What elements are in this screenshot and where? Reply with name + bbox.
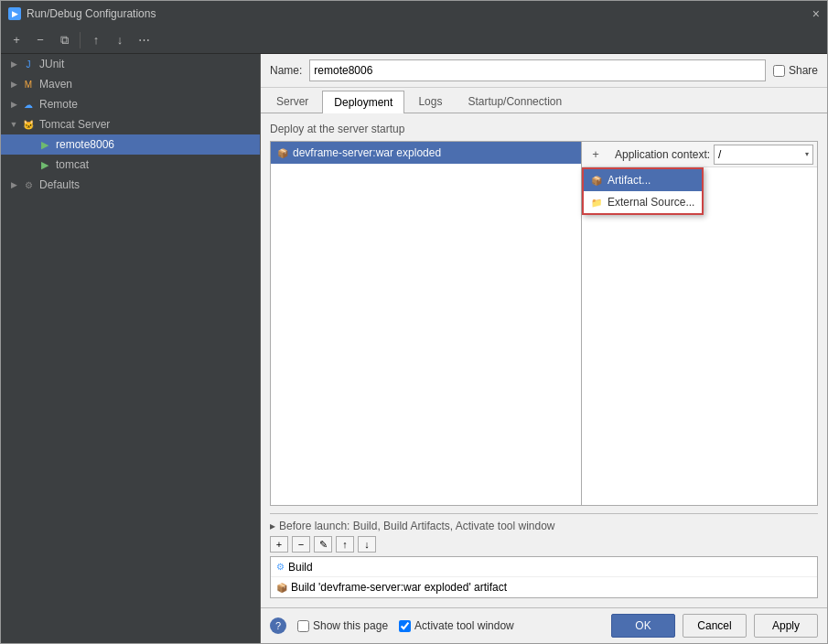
artifact-label: Artifact... <box>608 174 651 187</box>
apply-button[interactable]: Apply <box>754 614 818 638</box>
sidebar-item-junit-label: JUnit <box>39 58 64 70</box>
cancel-button[interactable]: Cancel <box>683 614 747 638</box>
bl-up-button[interactable]: ↑ <box>336 536 354 553</box>
deploy-right: + 📦 Artifact... 📁 <box>582 142 817 505</box>
before-launch-header: ▸ Before launch: Build, Build Artifacts,… <box>270 520 818 532</box>
before-launch-table: ⚙ Build 📦 Build 'devframe-server:war exp… <box>270 556 818 598</box>
deploy-list-item-war[interactable]: 📦 devframe-server:war exploded <box>271 142 581 164</box>
copy-config-button[interactable]: ⧉ <box>54 30 74 50</box>
main-content: ▶ J JUnit ▶ M Maven ▶ ☁ Remote ▼ 🐱 Tomca… <box>1 54 827 643</box>
name-bar: Name: Share <box>261 54 827 88</box>
deploy-add-button[interactable]: + <box>586 145 606 164</box>
tab-bar: Server Deployment Logs Startup/Connectio… <box>261 88 827 113</box>
external-source-label: External Source... <box>608 196 694 209</box>
dialog-icon: ▶ <box>8 7 21 20</box>
deploy-toolbar: + 📦 Artifact... 📁 <box>582 142 817 167</box>
sidebar-item-maven[interactable]: ▶ M Maven <box>1 74 260 94</box>
before-launch-toolbar: + − ✎ ↑ ↓ <box>270 536 818 553</box>
tab-startup-connection[interactable]: Startup/Connection <box>456 90 574 113</box>
before-launch-section: ▸ Before launch: Build, Build Artifacts,… <box>270 513 818 598</box>
main-toolbar: + − ⧉ ↑ ↓ ⋯ <box>1 27 827 54</box>
name-label: Name: <box>270 64 302 77</box>
before-launch-label: Before launch: Build, Build Artifacts, A… <box>279 520 555 532</box>
bl-remove-button[interactable]: − <box>292 536 310 553</box>
activate-label: Activate tool window <box>414 619 514 632</box>
remote-arrow: ▶ <box>8 99 19 110</box>
artifact-popup-icon: 📦 <box>591 176 602 186</box>
run-debug-dialog: ▶ Run/Debug Configurations × + − ⧉ ↑ ↓ ⋯… <box>0 0 828 644</box>
name-input[interactable] <box>309 59 766 81</box>
junit-icon: J <box>21 57 36 71</box>
dialog-title: Run/Debug Configurations <box>27 7 156 20</box>
sidebar-item-maven-label: Maven <box>39 78 72 91</box>
war-icon: 📦 <box>276 146 289 159</box>
sidebar-item-defaults[interactable]: ▶ ⚙ Defaults <box>1 175 260 195</box>
ok-button[interactable]: OK <box>611 614 675 638</box>
maven-icon: M <box>21 77 36 91</box>
tab-logs[interactable]: Logs <box>406 90 454 113</box>
bl-build-label: Build <box>288 561 313 574</box>
dropdown-arrow-icon: ▾ <box>805 150 809 158</box>
remote-icon: ☁ <box>21 97 36 112</box>
sidebar-item-tomcat-child-label: tomcat <box>56 158 89 171</box>
deploy-list: 📦 devframe-server:war exploded <box>271 142 582 505</box>
tomcat-arrow: ▼ <box>8 119 19 130</box>
popup-menu: 📦 Artifact... 📁 External Source... <box>582 167 704 215</box>
sidebar-item-remote-label: Remote <box>39 98 78 111</box>
build-icon: ⚙ <box>276 562 285 572</box>
context-dropdown[interactable]: / ▾ <box>714 145 813 165</box>
close-button[interactable]: × <box>812 6 820 21</box>
sidebar-item-junit[interactable]: ▶ J JUnit <box>1 54 260 74</box>
activate-check[interactable] <box>399 620 411 632</box>
external-icon: 📁 <box>591 198 602 208</box>
bl-row-build: ⚙ Build <box>271 557 817 577</box>
share-checkbox[interactable]: Share <box>773 64 818 77</box>
add-popup: 📦 Artifact... 📁 External Source... <box>582 167 704 215</box>
context-value: / <box>718 148 721 161</box>
bl-edit-button[interactable]: ✎ <box>314 536 332 553</box>
sidebar: ▶ J JUnit ▶ M Maven ▶ ☁ Remote ▼ 🐱 Tomca… <box>1 54 261 643</box>
junit-arrow: ▶ <box>8 59 19 70</box>
title-bar: ▶ Run/Debug Configurations × <box>1 1 827 27</box>
popup-artifact[interactable]: 📦 Artifact... <box>584 169 702 191</box>
bl-down-button[interactable]: ↓ <box>358 536 376 553</box>
bottom-bar: ? Show this page Activate tool window OK… <box>261 607 827 643</box>
maven-arrow: ▶ <box>8 79 19 90</box>
show-page-check[interactable] <box>297 620 309 632</box>
defaults-arrow: ▶ <box>8 179 19 190</box>
artifact-build-icon: 📦 <box>276 583 287 593</box>
sidebar-item-remote8006-label: remote8006 <box>56 138 114 151</box>
tomcat-child-icon: ▶ <box>38 157 52 172</box>
sidebar-item-remote8006[interactable]: ▶ remote8006 <box>1 134 260 155</box>
show-page-checkbox[interactable]: Show this page <box>297 619 388 632</box>
defaults-icon: ⚙ <box>21 177 36 192</box>
panel-content: Deploy at the server startup 📦 devframe-… <box>261 113 827 607</box>
bl-add-button[interactable]: + <box>270 536 288 553</box>
more-button[interactable]: ⋯ <box>134 30 154 50</box>
deploy-area: 📦 devframe-server:war exploded + <box>270 141 818 506</box>
context-label: Application context: <box>615 148 710 161</box>
bl-row-artifact: 📦 Build 'devframe-server:war exploded' a… <box>271 577 817 597</box>
sidebar-item-tomcat-child[interactable]: ▶ tomcat <box>1 155 260 175</box>
right-panel: Name: Share Server Deployment Logs <box>261 54 827 643</box>
move-down-button[interactable]: ↓ <box>110 30 130 50</box>
collapse-icon: ▸ <box>270 520 275 532</box>
remove-config-button[interactable]: − <box>30 30 50 50</box>
tab-deployment[interactable]: Deployment <box>322 91 404 113</box>
sidebar-item-tomcat[interactable]: ▼ 🐱 Tomcat Server <box>1 114 260 134</box>
bottom-left: ? Show this page Activate tool window <box>270 617 514 634</box>
deploy-header: Deploy at the server startup <box>270 123 818 135</box>
share-label: Share <box>789 64 818 77</box>
activate-window-checkbox[interactable]: Activate tool window <box>399 619 514 632</box>
remote8006-icon: ▶ <box>38 137 52 152</box>
tab-server[interactable]: Server <box>264 90 320 113</box>
share-check[interactable] <box>773 65 785 77</box>
popup-external-source[interactable]: 📁 External Source... <box>584 191 702 213</box>
move-up-button[interactable]: ↑ <box>86 30 106 50</box>
sidebar-item-remote[interactable]: ▶ ☁ Remote <box>1 94 260 114</box>
bottom-right: OK Cancel Apply <box>611 614 818 638</box>
add-config-button[interactable]: + <box>6 30 27 50</box>
show-page-label: Show this page <box>313 619 388 632</box>
help-button[interactable]: ? <box>270 617 286 634</box>
toolbar-separator <box>80 32 81 48</box>
